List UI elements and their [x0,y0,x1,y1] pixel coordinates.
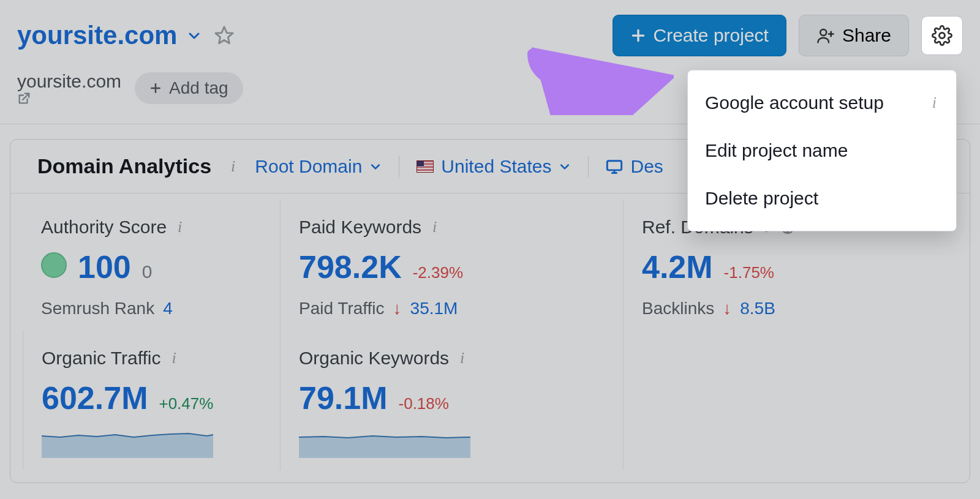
device-filter[interactable]: Des [606,156,663,177]
info-icon[interactable]: i [228,157,238,176]
subline-label: Paid Traffic [299,299,385,318]
score-dot-icon [41,252,67,278]
share-label: Share [842,25,891,46]
gear-icon [932,25,952,46]
menu-delete-project[interactable]: Delete project [688,174,956,222]
metric-value: 79.1M [299,380,388,416]
svg-point-3 [820,29,826,36]
site-name-text: yoursite.com [17,21,177,50]
divider [399,156,399,177]
subline-value[interactable]: 8.5B [740,299,775,318]
us-flag-icon [417,160,434,173]
project-site-name[interactable]: yoursite.com [17,21,202,50]
settings-gear-button[interactable] [921,16,963,55]
add-tag-label: Add tag [169,78,228,98]
create-project-label: Create project [654,25,769,46]
divider [588,156,589,177]
scope-filter[interactable]: Root Domain [255,156,382,177]
settings-menu: Google account setup i Edit project name… [687,70,957,231]
device-filter-label: Des [630,156,663,177]
metric-authority-score: Authority Score i 100 0 Semrush Rank 4 [23,200,280,331]
metric-aux: 0 [142,261,153,282]
menu-item-label: Delete project [705,188,818,209]
subline-value[interactable]: 4 [163,299,173,318]
arrow-down-icon: ↓ [723,299,731,318]
info-icon[interactable]: i [175,218,184,236]
subline-label: Backlinks [642,299,714,318]
arrow-down-icon: ↓ [393,299,402,318]
star-icon[interactable] [214,25,235,46]
metric-value: 100 [78,249,131,285]
chevron-down-icon [369,160,382,173]
metric-value: 602.7M [42,380,148,416]
metric-delta: -1.75% [724,263,774,282]
metric-value: 4.2M [642,249,713,285]
person-add-icon [816,26,835,45]
info-icon[interactable]: i [430,218,439,236]
chevron-down-icon [187,28,202,43]
metric-delta: -2.39% [413,263,463,282]
chevron-down-icon [559,160,571,173]
metric-organic-traffic: Organic Traffic i 602.7M +0.47% [23,331,280,470]
metric-value: 798.2K [299,249,402,285]
domain-text: yoursite.com [17,71,121,91]
svg-point-6 [939,32,944,38]
metric-paid-keywords: Paid Keywords i 798.2K -2.39% Paid Traff… [280,200,623,331]
panel-title: Domain Analytics [37,154,211,178]
country-filter[interactable]: United States [417,156,571,177]
country-filter-label: United States [441,156,551,177]
metric-label-text: Paid Keywords [299,217,421,238]
metric-label-text: Organic Traffic [42,348,161,369]
domain-link[interactable]: yoursite.com [17,71,121,105]
metric-empty [623,331,957,470]
info-icon[interactable]: i [458,349,467,367]
menu-edit-project-name[interactable]: Edit project name [688,127,956,174]
subline-label: Semrush Rank [41,299,154,318]
metric-organic-keywords: Organic Keywords i 79.1M -0.18% [280,331,623,470]
info-icon: i [930,94,939,112]
subline-value[interactable]: 35.1M [410,299,458,318]
plus-icon [630,28,646,43]
external-link-icon [17,92,121,105]
create-project-button[interactable]: Create project [612,15,786,56]
share-button[interactable]: Share [799,15,909,56]
scope-filter-label: Root Domain [255,156,362,177]
svg-rect-9 [608,160,622,170]
info-icon[interactable]: i [170,349,179,367]
metric-label-text: Authority Score [41,217,167,238]
plus-icon [149,82,162,94]
sparkline [42,425,213,458]
menu-google-account-setup[interactable]: Google account setup i [688,79,956,127]
add-tag-button[interactable]: Add tag [135,72,243,104]
metric-delta: +0.47% [159,394,213,413]
desktop-icon [606,158,623,175]
sparkline [299,425,470,458]
metric-label-text: Organic Keywords [299,348,449,369]
menu-item-label: Edit project name [705,140,848,161]
svg-marker-0 [216,27,233,43]
menu-item-label: Google account setup [705,92,884,113]
metric-delta: -0.18% [399,394,449,413]
